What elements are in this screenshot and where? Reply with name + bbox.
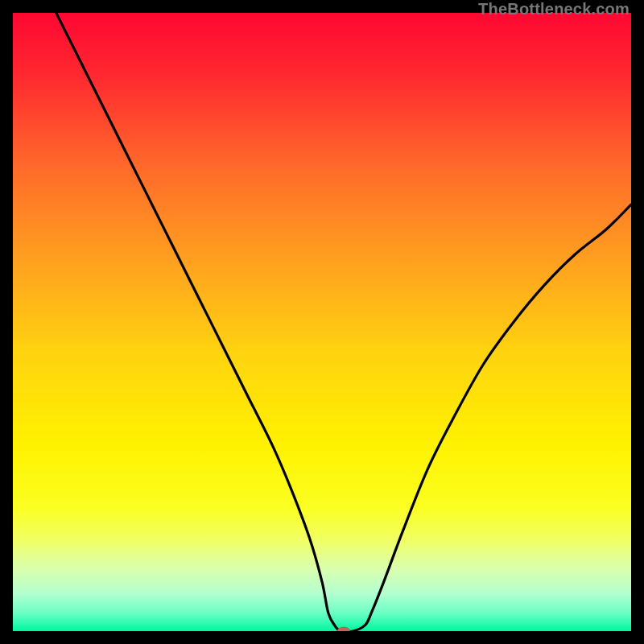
chart-svg — [13, 13, 631, 631]
watermark-text: TheBottleneck.com — [478, 0, 630, 19]
chart-container: TheBottleneck.com — [0, 0, 644, 644]
gradient-background — [13, 13, 631, 631]
plot-area — [13, 13, 631, 631]
